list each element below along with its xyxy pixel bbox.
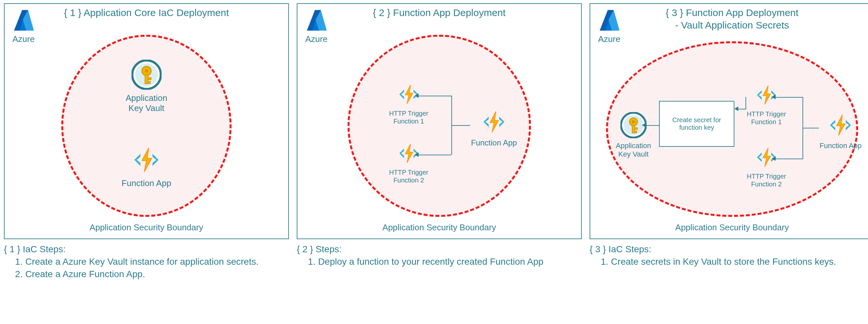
azure-label: Azure — [305, 34, 328, 44]
trigger2-label: HTTP Trigger Function 2 — [747, 172, 786, 188]
step-line: 1. Create secrets in Key Vault to store … — [590, 256, 868, 268]
connector — [452, 96, 452, 155]
azure-logo-icon — [305, 8, 328, 33]
step-line: 2. Create a Azure Function App. — [4, 268, 289, 281]
steps-header: { 2 } Steps: — [297, 243, 582, 256]
panel-2-steps: { 2 } Steps: 1. Deploy a function to you… — [297, 243, 582, 268]
diagram-row: { 1 } Application Core IaC Deployment Az… — [4, 3, 864, 280]
boundary-label: Application Security Boundary — [590, 223, 868, 233]
boundary-label: Application Security Boundary — [298, 223, 581, 233]
arrowhead-icon — [734, 107, 738, 111]
function-app-icon — [827, 112, 854, 140]
col-panel-2: { 2 } Function App Deployment Azure Appl… — [297, 3, 582, 280]
connector — [776, 158, 803, 159]
panel-3-title: { 3 } Function App Deployment - Vault Ap… — [590, 6, 868, 31]
connector — [803, 128, 819, 128]
funcapp-node: Function App — [471, 109, 517, 148]
connector — [803, 97, 803, 158]
connector — [418, 155, 452, 155]
azure-logo-icon — [12, 8, 35, 33]
panel-2-title: { 2 } Function App Deployment — [298, 6, 581, 19]
step-line: 1. Create a Azure Key Vault instance for… — [4, 256, 289, 268]
panel-1: { 1 } Application Core IaC Deployment Az… — [4, 3, 289, 239]
azure-logo-icon — [597, 8, 621, 33]
funcapp-label: Function App — [819, 142, 862, 150]
col-panel-3: { 3 } Function App Deployment - Vault Ap… — [590, 3, 868, 280]
panel-3-steps: { 3 } IaC Steps: 1. Create secrets in Ke… — [590, 243, 868, 268]
funcapp-label: Function App — [471, 138, 517, 148]
step-line: 1. Deploy a function to your recently cr… — [297, 256, 582, 268]
steps-header: { 3 } IaC Steps: — [590, 243, 868, 256]
funcapp-label: Function App — [122, 178, 171, 188]
trigger1-label: HTTP Trigger Function 1 — [389, 110, 428, 125]
azure-brand: Azure — [305, 8, 328, 44]
panel-2: { 2 } Function App Deployment Azure Appl… — [297, 3, 582, 239]
connector — [452, 125, 470, 126]
connector — [418, 96, 452, 96]
boundary-label: Application Security Boundary — [5, 223, 288, 233]
col-panel-1: { 1 } Application Core IaC Deployment Az… — [4, 3, 289, 280]
trigger1-label: HTTP Trigger Function 1 — [747, 110, 786, 126]
keyvault-node: Application Key Vault — [616, 112, 651, 159]
funcapp-node: Function App — [122, 145, 171, 188]
trigger1-node: HTTP Trigger Function 1 — [747, 83, 786, 126]
panel-3: { 3 } Function App Deployment - Vault Ap… — [590, 3, 868, 239]
function-app-icon — [131, 145, 161, 176]
trigger2-node: HTTP Trigger Function 2 — [389, 142, 428, 184]
connector — [646, 125, 659, 126]
connector — [745, 97, 746, 109]
azure-label: Azure — [12, 34, 35, 44]
keyvault-node: Application Key Vault — [125, 60, 167, 113]
arrowhead-icon — [772, 95, 776, 99]
trigger2-label: HTTP Trigger Function 2 — [389, 168, 428, 184]
connector — [738, 109, 746, 110]
arrowhead-icon — [415, 152, 418, 157]
azure-brand: Azure — [12, 8, 35, 44]
create-secret-box: Create secret for function key — [659, 101, 734, 147]
arrowhead-icon — [772, 156, 776, 161]
panel-1-title: { 1 } Application Core IaC Deployment — [5, 6, 288, 19]
trigger2-node: HTTP Trigger Function 2 — [747, 145, 786, 188]
function-app-icon — [481, 109, 507, 136]
arrowhead-icon — [642, 123, 646, 127]
funcapp-node: Function App — [819, 112, 862, 150]
panel-1-steps: { 1 } IaC Steps: 1. Create a Azure Key V… — [4, 243, 289, 280]
keyvault-label: Application Key Vault — [125, 93, 167, 113]
steps-header: { 1 } IaC Steps: — [4, 243, 289, 256]
key-vault-icon — [131, 60, 161, 91]
keyvault-label: Application Key Vault — [616, 142, 651, 159]
azure-brand: Azure — [597, 8, 621, 44]
trigger1-node: HTTP Trigger Function 1 — [389, 83, 428, 125]
connector — [776, 97, 803, 98]
arrowhead-icon — [415, 93, 418, 98]
